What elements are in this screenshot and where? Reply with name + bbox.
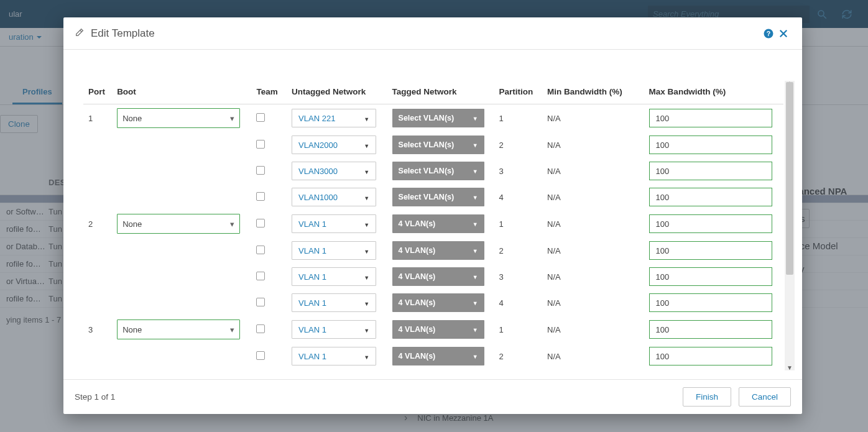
- table-row: VLAN 14 VLAN(s)2N/A: [83, 237, 783, 264]
- cell-partition: 4: [494, 290, 542, 316]
- untagged-select[interactable]: VLAN3000: [292, 162, 376, 180]
- tagged-select[interactable]: 4 VLAN(s): [392, 347, 484, 365]
- boot-select[interactable]: None: [117, 319, 240, 339]
- untagged-select[interactable]: VLAN 221: [292, 109, 376, 127]
- cell-partition: 1: [494, 210, 542, 237]
- tagged-select[interactable]: Select VLAN(s): [392, 136, 484, 154]
- table-row: VLAN1000Select VLAN(s)4N/A: [83, 184, 783, 210]
- max-bw-input[interactable]: [649, 214, 772, 233]
- scrollbar[interactable]: ▲ ▼: [785, 81, 795, 370]
- cell-team: [251, 132, 287, 158]
- cell-min-bw: N/A: [542, 210, 644, 237]
- cell-partition: 2: [494, 343, 542, 369]
- th-team: Team: [251, 81, 287, 104]
- max-bw-input[interactable]: [649, 136, 772, 154]
- tagged-select[interactable]: Select VLAN(s): [392, 109, 484, 127]
- cell-max-bw: [644, 184, 783, 210]
- boot-value: None: [122, 114, 142, 123]
- tagged-select[interactable]: 4 VLAN(s): [392, 241, 484, 260]
- cell-min-bw: N/A: [542, 290, 644, 316]
- untagged-value: VLAN 1: [298, 246, 326, 255]
- cell-min-bw: N/A: [542, 237, 644, 264]
- untagged-select[interactable]: VLAN2000: [292, 136, 376, 154]
- table-row: VLAN 14 VLAN(s)3N/A: [83, 264, 783, 290]
- team-checkbox[interactable]: [256, 298, 265, 306]
- chevron-down-icon: [364, 325, 369, 334]
- chevron-down-icon: [473, 193, 478, 201]
- team-checkbox[interactable]: [256, 324, 265, 333]
- table-row: VLAN 14 VLAN(s)4N/A: [83, 290, 783, 316]
- chevron-down-icon: [364, 167, 369, 176]
- chevron-down-icon: [230, 219, 234, 229]
- cell-team: [251, 316, 287, 343]
- cell-max-bw: [644, 264, 783, 290]
- max-bw-input[interactable]: [649, 241, 772, 260]
- max-bw-input[interactable]: [649, 162, 772, 180]
- max-bw-input[interactable]: [649, 188, 772, 206]
- chevron-down-icon: [364, 219, 369, 229]
- table-row: 2NoneVLAN 14 VLAN(s)1N/A: [83, 210, 783, 237]
- cell-port: [83, 158, 112, 184]
- cell-tagged: Select VLAN(s): [387, 132, 494, 158]
- team-checkbox[interactable]: [256, 113, 265, 122]
- th-min: Min Bandwidth (%): [542, 81, 644, 104]
- untagged-select[interactable]: VLAN1000: [292, 188, 376, 206]
- max-bw-input[interactable]: [649, 320, 772, 339]
- cancel-button[interactable]: Cancel: [739, 387, 791, 407]
- untagged-select[interactable]: VLAN 1: [292, 347, 376, 365]
- team-checkbox[interactable]: [256, 272, 265, 280]
- team-checkbox[interactable]: [256, 219, 265, 227]
- tagged-select[interactable]: 4 VLAN(s): [392, 267, 484, 286]
- team-checkbox[interactable]: [256, 192, 265, 201]
- cell-partition: 3: [494, 264, 542, 290]
- chevron-down-icon: [473, 114, 478, 122]
- chevron-down-icon: [473, 246, 478, 255]
- team-checkbox[interactable]: [256, 166, 265, 175]
- cell-port: [83, 290, 112, 316]
- untagged-select[interactable]: VLAN 1: [292, 214, 376, 233]
- close-icon[interactable]: [776, 26, 791, 41]
- scroll-thumb[interactable]: [786, 82, 793, 275]
- untagged-value: VLAN 1: [298, 272, 326, 282]
- cell-partition: 2: [494, 237, 542, 264]
- table-row: VLAN3000Select VLAN(s)3N/A: [83, 158, 783, 184]
- team-checkbox[interactable]: [256, 246, 265, 254]
- cell-tagged: 4 VLAN(s): [387, 343, 494, 369]
- max-bw-input[interactable]: [649, 109, 772, 127]
- chevron-down-icon: [364, 298, 369, 308]
- tagged-select[interactable]: 4 VLAN(s): [392, 214, 484, 233]
- untagged-select[interactable]: VLAN 1: [292, 267, 376, 286]
- cell-boot: None: [112, 210, 251, 237]
- cell-partition: 2: [494, 132, 542, 158]
- tagged-select[interactable]: Select VLAN(s): [392, 188, 484, 206]
- boot-value: None: [122, 219, 142, 229]
- th-tag: Tagged Network: [387, 81, 494, 104]
- max-bw-input[interactable]: [649, 267, 772, 286]
- boot-select[interactable]: None: [117, 214, 240, 234]
- finish-button[interactable]: Finish: [683, 387, 731, 407]
- table-row: 1NoneVLAN 221Select VLAN(s)1N/A: [83, 104, 783, 132]
- team-checkbox[interactable]: [256, 140, 265, 149]
- th-untag: Untagged Network: [287, 81, 387, 104]
- cell-max-bw: [644, 210, 783, 237]
- untagged-select[interactable]: VLAN 1: [292, 320, 376, 339]
- cell-boot: [112, 290, 251, 316]
- cell-team: [251, 184, 287, 210]
- tagged-select[interactable]: 4 VLAN(s): [392, 320, 484, 339]
- max-bw-input[interactable]: [649, 293, 772, 312]
- boot-select[interactable]: None: [117, 108, 240, 128]
- tagged-value: 4 VLAN(s): [399, 325, 436, 334]
- untagged-select[interactable]: VLAN 1: [292, 241, 376, 260]
- cell-min-bw: N/A: [542, 104, 644, 132]
- cell-min-bw: N/A: [542, 264, 644, 290]
- max-bw-input[interactable]: [649, 347, 772, 365]
- tagged-value: Select VLAN(s): [399, 193, 455, 201]
- untagged-select[interactable]: VLAN 1: [292, 293, 376, 312]
- cell-max-bw: [644, 237, 783, 264]
- cell-untagged: VLAN2000: [287, 132, 387, 158]
- team-checkbox[interactable]: [256, 351, 265, 360]
- tagged-select[interactable]: Select VLAN(s): [392, 162, 484, 180]
- tagged-select[interactable]: 4 VLAN(s): [392, 293, 484, 312]
- help-icon[interactable]: ?: [761, 26, 776, 41]
- boot-value: None: [122, 325, 142, 334]
